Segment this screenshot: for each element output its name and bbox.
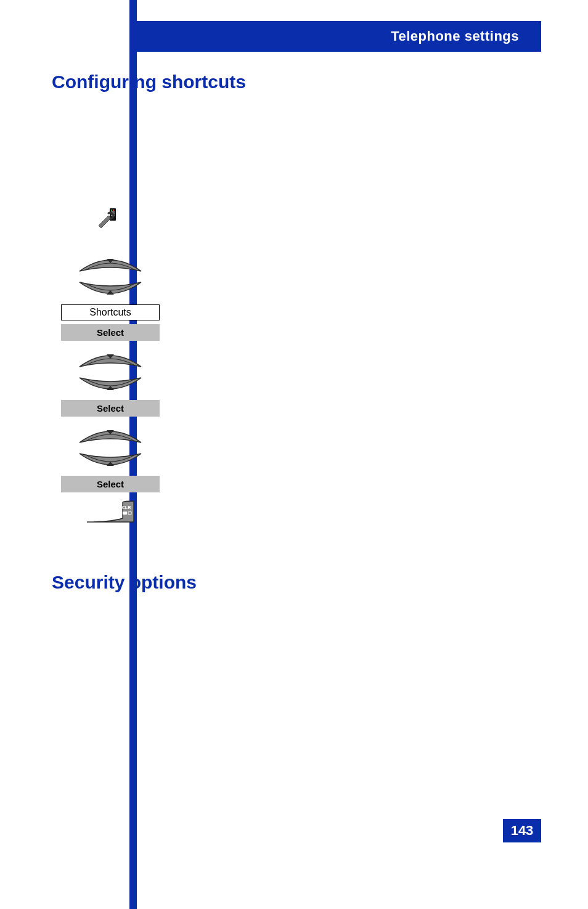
svg-rect-2 [113,210,114,211]
clr-key-icon: CLR [86,500,135,523]
settings-icon [96,207,118,229]
section-header-bar: Telephone settings [137,21,541,52]
page-number: 143 [503,819,541,842]
svg-rect-6 [123,512,127,515]
heading-security-options: Security options [52,572,197,593]
heading-configuring-shortcuts: Configuring shortcuts [52,71,246,92]
display-readout-shortcuts: Shortcuts [61,304,160,320]
step-block-3: Select [52,424,169,492]
section-header-title: Telephone settings [391,28,519,44]
clr-label: CLR [122,505,131,510]
procedure-figure-column: Shortcuts Select Select [52,207,169,523]
softkey-select-2: Select [61,400,160,417]
nav-up-down-icon [73,424,147,472]
nav-up-down-icon [73,348,147,396]
page-number-value: 143 [511,823,534,839]
step-block-2: Select [52,348,169,417]
softkey-select-1: Select [61,324,160,341]
softkey-select-3: Select [61,476,160,492]
page-container: Telephone settings Configuring shortcuts [0,0,588,909]
nav-up-down-icon [73,253,147,301]
step-block-1: Shortcuts Select [52,253,169,341]
svg-rect-1 [111,210,112,211]
